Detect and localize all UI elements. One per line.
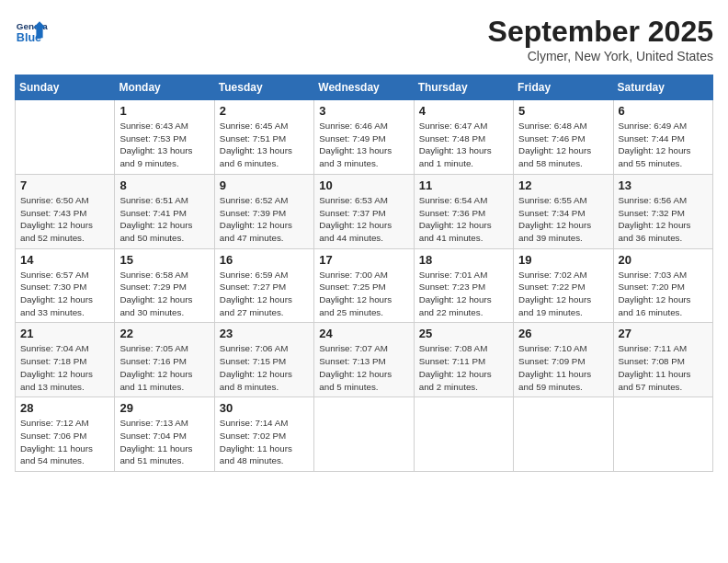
calendar-cell: 24Sunrise: 7:07 AM Sunset: 7:13 PM Dayli… [314, 323, 414, 397]
weekday-header-wednesday: Wednesday [314, 75, 414, 100]
calendar-cell: 15Sunrise: 6:58 AM Sunset: 7:29 PM Dayli… [115, 248, 214, 323]
day-info: Sunrise: 6:47 AM Sunset: 7:48 PM Dayligh… [419, 120, 508, 170]
calendar-cell: 20Sunrise: 7:03 AM Sunset: 7:20 PM Dayli… [613, 248, 712, 323]
calendar-cell: 28Sunrise: 7:12 AM Sunset: 7:06 PM Dayli… [16, 397, 115, 472]
day-number: 9 [220, 178, 309, 192]
day-number: 16 [220, 253, 309, 267]
day-number: 17 [319, 253, 408, 267]
weekday-header-monday: Monday [115, 75, 214, 100]
day-info: Sunrise: 6:55 AM Sunset: 7:34 PM Dayligh… [518, 194, 608, 245]
day-number: 12 [518, 178, 608, 192]
calendar-cell: 26Sunrise: 7:10 AM Sunset: 7:09 PM Dayli… [514, 323, 613, 397]
day-number: 22 [119, 327, 209, 340]
day-info: Sunrise: 6:49 AM Sunset: 7:44 PM Dayligh… [619, 120, 708, 170]
day-info: Sunrise: 6:54 AM Sunset: 7:36 PM Dayligh… [419, 194, 508, 245]
week-row-1: 1Sunrise: 6:43 AM Sunset: 7:53 PM Daylig… [16, 100, 713, 175]
day-number: 7 [20, 178, 109, 192]
day-number: 18 [419, 253, 508, 267]
day-info: Sunrise: 7:02 AM Sunset: 7:22 PM Dayligh… [518, 269, 608, 319]
logo-icon: General Blue [15, 15, 48, 48]
day-number: 6 [619, 104, 708, 118]
page-title: September 2025 [488, 15, 713, 49]
page-subtitle: Clymer, New York, United States [488, 49, 713, 63]
calendar-cell: 1Sunrise: 6:43 AM Sunset: 7:53 PM Daylig… [115, 100, 214, 175]
week-row-3: 14Sunrise: 6:57 AM Sunset: 7:30 PM Dayli… [16, 248, 713, 323]
day-info: Sunrise: 6:45 AM Sunset: 7:51 PM Dayligh… [220, 120, 309, 170]
weekday-header-tuesday: Tuesday [214, 75, 313, 100]
weekday-header-friday: Friday [514, 75, 613, 100]
logo: General Blue [15, 15, 48, 48]
calendar-cell: 18Sunrise: 7:01 AM Sunset: 7:23 PM Dayli… [414, 248, 513, 323]
day-number: 30 [220, 401, 309, 415]
day-info: Sunrise: 7:08 AM Sunset: 7:11 PM Dayligh… [419, 342, 508, 393]
calendar-cell: 3Sunrise: 6:46 AM Sunset: 7:49 PM Daylig… [314, 100, 414, 175]
calendar-cell: 10Sunrise: 6:53 AM Sunset: 7:37 PM Dayli… [314, 174, 414, 248]
calendar-cell: 22Sunrise: 7:05 AM Sunset: 7:16 PM Dayli… [115, 323, 214, 397]
day-number: 4 [419, 104, 508, 118]
calendar-cell [314, 397, 414, 472]
calendar-cell: 30Sunrise: 7:14 AM Sunset: 7:02 PM Dayli… [214, 397, 313, 472]
day-info: Sunrise: 7:03 AM Sunset: 7:20 PM Dayligh… [619, 269, 708, 319]
day-info: Sunrise: 6:59 AM Sunset: 7:27 PM Dayligh… [220, 269, 309, 319]
day-number: 26 [518, 327, 608, 340]
day-info: Sunrise: 7:04 AM Sunset: 7:18 PM Dayligh… [20, 342, 109, 393]
day-number: 29 [119, 401, 209, 415]
calendar-cell: 21Sunrise: 7:04 AM Sunset: 7:18 PM Dayli… [16, 323, 115, 397]
weekday-header-saturday: Saturday [613, 75, 712, 100]
day-info: Sunrise: 6:50 AM Sunset: 7:43 PM Dayligh… [20, 194, 109, 245]
day-info: Sunrise: 7:05 AM Sunset: 7:16 PM Dayligh… [119, 342, 209, 393]
day-number: 19 [518, 253, 608, 267]
day-number: 3 [319, 104, 408, 118]
day-number: 20 [619, 253, 708, 267]
day-number: 11 [419, 178, 508, 192]
day-info: Sunrise: 6:43 AM Sunset: 7:53 PM Dayligh… [119, 120, 209, 170]
day-number: 1 [119, 104, 209, 118]
day-number: 24 [319, 327, 408, 340]
day-info: Sunrise: 6:48 AM Sunset: 7:46 PM Dayligh… [518, 120, 608, 170]
calendar-cell: 13Sunrise: 6:56 AM Sunset: 7:32 PM Dayli… [613, 174, 712, 248]
day-number: 13 [619, 178, 708, 192]
day-info: Sunrise: 7:11 AM Sunset: 7:08 PM Dayligh… [619, 342, 708, 393]
calendar-cell: 5Sunrise: 6:48 AM Sunset: 7:46 PM Daylig… [514, 100, 613, 175]
day-number: 27 [619, 327, 708, 340]
calendar-cell: 8Sunrise: 6:51 AM Sunset: 7:41 PM Daylig… [115, 174, 214, 248]
day-info: Sunrise: 6:58 AM Sunset: 7:29 PM Dayligh… [119, 269, 209, 319]
week-row-4: 21Sunrise: 7:04 AM Sunset: 7:18 PM Dayli… [16, 323, 713, 397]
day-info: Sunrise: 7:14 AM Sunset: 7:02 PM Dayligh… [220, 417, 309, 467]
calendar-cell: 16Sunrise: 6:59 AM Sunset: 7:27 PM Dayli… [214, 248, 313, 323]
calendar-cell: 9Sunrise: 6:52 AM Sunset: 7:39 PM Daylig… [214, 174, 313, 248]
calendar-cell: 27Sunrise: 7:11 AM Sunset: 7:08 PM Dayli… [613, 323, 712, 397]
calendar-cell: 7Sunrise: 6:50 AM Sunset: 7:43 PM Daylig… [16, 174, 115, 248]
calendar-cell: 12Sunrise: 6:55 AM Sunset: 7:34 PM Dayli… [514, 174, 613, 248]
calendar-cell: 25Sunrise: 7:08 AM Sunset: 7:11 PM Dayli… [414, 323, 513, 397]
calendar-cell: 11Sunrise: 6:54 AM Sunset: 7:36 PM Dayli… [414, 174, 513, 248]
calendar-cell [16, 100, 115, 175]
calendar-table: SundayMondayTuesdayWednesdayThursdayFrid… [15, 75, 713, 472]
day-info: Sunrise: 7:10 AM Sunset: 7:09 PM Dayligh… [518, 342, 608, 393]
day-info: Sunrise: 6:53 AM Sunset: 7:37 PM Dayligh… [319, 194, 408, 245]
day-number: 14 [20, 253, 109, 267]
page-header: General Blue September 2025 Clymer, New … [15, 15, 713, 63]
day-number: 21 [20, 327, 109, 340]
day-info: Sunrise: 6:52 AM Sunset: 7:39 PM Dayligh… [220, 194, 309, 245]
day-info: Sunrise: 6:57 AM Sunset: 7:30 PM Dayligh… [20, 269, 109, 319]
calendar-cell: 6Sunrise: 6:49 AM Sunset: 7:44 PM Daylig… [613, 100, 712, 175]
weekday-header-thursday: Thursday [414, 75, 513, 100]
day-info: Sunrise: 7:12 AM Sunset: 7:06 PM Dayligh… [20, 417, 109, 467]
calendar-cell: 4Sunrise: 6:47 AM Sunset: 7:48 PM Daylig… [414, 100, 513, 175]
calendar-cell: 17Sunrise: 7:00 AM Sunset: 7:25 PM Dayli… [314, 248, 414, 323]
day-number: 8 [119, 178, 209, 192]
calendar-cell: 23Sunrise: 7:06 AM Sunset: 7:15 PM Dayli… [214, 323, 313, 397]
day-info: Sunrise: 7:01 AM Sunset: 7:23 PM Dayligh… [419, 269, 508, 319]
day-number: 23 [220, 327, 309, 340]
day-number: 28 [20, 401, 109, 415]
day-info: Sunrise: 7:13 AM Sunset: 7:04 PM Dayligh… [119, 417, 209, 467]
day-number: 2 [220, 104, 309, 118]
day-info: Sunrise: 7:06 AM Sunset: 7:15 PM Dayligh… [220, 342, 309, 393]
calendar-cell [414, 397, 513, 472]
day-number: 10 [319, 178, 408, 192]
calendar-cell: 19Sunrise: 7:02 AM Sunset: 7:22 PM Dayli… [514, 248, 613, 323]
weekday-header-row: SundayMondayTuesdayWednesdayThursdayFrid… [16, 75, 713, 100]
day-number: 25 [419, 327, 508, 340]
calendar-cell: 29Sunrise: 7:13 AM Sunset: 7:04 PM Dayli… [115, 397, 214, 472]
